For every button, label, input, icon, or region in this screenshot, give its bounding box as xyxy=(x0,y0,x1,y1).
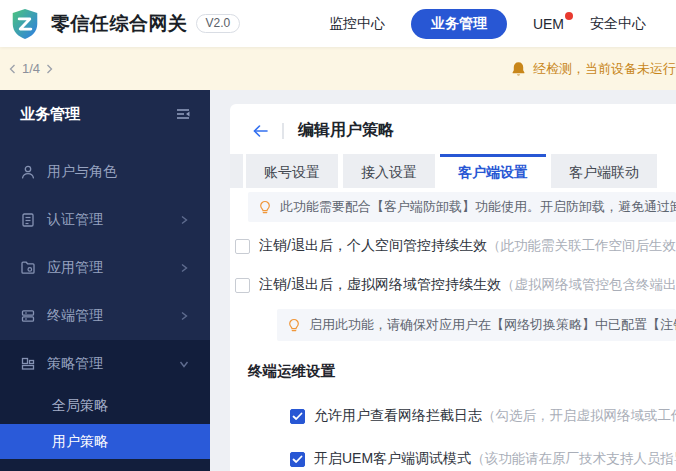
tab-access-settings[interactable]: 接入设置 xyxy=(343,154,435,188)
checkbox-label: 注销/退出后，虚拟网络域管控持续生效 xyxy=(259,276,501,294)
tab-content: 此功能需要配合【客户端防卸载】功能使用。开启防卸载，避免通过卸载 注销/退出后，… xyxy=(230,188,676,468)
server-icon xyxy=(20,308,36,324)
main-content-card: 编辑用户策略 账号设置 接入设置 客户端设置 客户端联动 此功能需要配合【客户端… xyxy=(230,104,676,471)
checkbox-hint: （虚拟网络域管控包含终端出站规 xyxy=(501,276,676,294)
checkbox-row-virtual-network: 注销/退出后，虚拟网络域管控持续生效 （虚拟网络域管控包含终端出站规 xyxy=(235,276,676,294)
nav-item-business-management[interactable]: 业务管理 xyxy=(411,9,507,39)
top-header: 零信任综合网关 V2.0 监控中心 业务管理 UEM 安全中心 xyxy=(0,0,676,47)
sidebar-group-policy-management: 策略管理 全局策略 用户策略 xyxy=(0,340,210,471)
app-logo-shield-icon xyxy=(9,8,41,40)
checkbox-row-intercept-logs: 允许用户查看网络拦截日志 （勾选后，开启虚拟网络域或工作空间的用 xyxy=(290,407,676,425)
nav-item-uem-label: UEM xyxy=(533,16,564,32)
tab-client-settings[interactable]: 客户端设置 xyxy=(440,154,546,188)
page-title: 编辑用户策略 xyxy=(298,120,394,141)
nav-item-uem[interactable]: UEM xyxy=(533,16,564,32)
checkbox-hint: （勾选后，开启虚拟网络域或工作空间的用 xyxy=(482,407,676,425)
notification-red-dot xyxy=(565,12,573,20)
lightbulb-icon xyxy=(258,200,272,215)
sidebar-item-label: 策略管理 xyxy=(47,355,178,373)
folder-gear-icon xyxy=(20,260,36,276)
notice-pager: 1/4 xyxy=(8,61,54,76)
tab-bar-left-stub xyxy=(230,154,243,188)
user-icon xyxy=(20,164,36,180)
sidebar-item-label: 终端管理 xyxy=(47,307,178,325)
sidebar-item-label: 应用管理 xyxy=(47,259,178,277)
sidebar-menu: 用户与角色 认证管理 应用管理 xyxy=(0,148,210,471)
notice-message-area[interactable]: 经检测，当前设备未运行 xyxy=(511,60,676,78)
checkbox-intercept-logs[interactable] xyxy=(290,409,305,424)
sidebar-item-label: 认证管理 xyxy=(47,211,178,229)
checkbox-label: 允许用户查看网络拦截日志 xyxy=(314,407,482,425)
top-navigation: 监控中心 业务管理 UEM 安全中心 xyxy=(329,9,646,39)
checkbox-virtual-network[interactable] xyxy=(235,278,250,293)
version-badge: V2.0 xyxy=(196,14,241,33)
chevron-down-icon xyxy=(178,358,190,370)
page-header: 编辑用户策略 xyxy=(230,104,676,141)
notice-bar: 1/4 经检测，当前设备未运行 xyxy=(0,47,676,90)
sidebar: 业务管理 用户与角色 认证管理 xyxy=(0,90,210,471)
lightbulb-icon xyxy=(287,318,301,333)
tip-banner-network-switch: 启用此功能，请确保对应用户在【网络切换策略】中已配置【注销生 xyxy=(277,309,676,341)
sidebar-header: 业务管理 xyxy=(0,90,210,138)
sidebar-item-app-management[interactable]: 应用管理 xyxy=(0,244,210,292)
sidebar-item-auth-management[interactable]: 认证管理 xyxy=(0,196,210,244)
tab-client-linkage[interactable]: 客户端联动 xyxy=(551,154,657,188)
checkbox-hint: （该功能请在原厂技术支持人员指导下开启 xyxy=(471,450,676,468)
checkbox-row-personal-space: 注销/退出后，个人空间管控持续生效 （此功能需关联工作空间后生效，仅 xyxy=(235,237,676,255)
checkbox-label: 开启UEM客户端调试模式 xyxy=(314,450,471,468)
checkbox-row-uem-debug: 开启UEM客户端调试模式 （该功能请在原厂技术支持人员指导下开启 xyxy=(290,450,676,468)
tip-text: 启用此功能，请确保对应用户在【网络切换策略】中已配置【注销生 xyxy=(309,316,676,334)
header-divider xyxy=(282,123,284,139)
checkbox-hint: （此功能需关联工作空间后生效，仅 xyxy=(487,237,676,255)
sidebar-subitem-global-policy[interactable]: 全局策略 xyxy=(0,388,210,424)
sidebar-collapse-icon[interactable] xyxy=(174,106,192,122)
tip-banner-uninstall: 此功能需要配合【客户端防卸载】功能使用。开启防卸载，避免通过卸载 xyxy=(248,192,676,222)
back-arrow-icon[interactable] xyxy=(252,124,269,138)
tip-text: 此功能需要配合【客户端防卸载】功能使用。开启防卸载，避免通过卸载 xyxy=(280,198,676,216)
sidebar-item-label: 用户与角色 xyxy=(47,163,190,181)
layout-blocks-icon xyxy=(20,356,36,372)
app-window: 零信任综合网关 V2.0 监控中心 业务管理 UEM 安全中心 1/4 xyxy=(0,0,676,471)
tab-bar: 账号设置 接入设置 客户端设置 客户端联动 xyxy=(230,154,676,188)
checkbox-label: 注销/退出后，个人空间管控持续生效 xyxy=(259,237,487,255)
certificate-icon xyxy=(20,212,36,228)
sidebar-group-filler xyxy=(0,459,210,471)
section-title-terminal-ops: 终端运维设置 xyxy=(248,362,676,381)
nav-item-security-center[interactable]: 安全中心 xyxy=(590,15,646,33)
sidebar-item-terminal-management[interactable]: 终端管理 xyxy=(0,292,210,340)
pager-count: 1/4 xyxy=(22,61,40,76)
notice-message: 经检测，当前设备未运行 xyxy=(533,60,676,78)
sidebar-title: 业务管理 xyxy=(20,105,174,124)
chevron-right-icon xyxy=(178,310,190,322)
sidebar-item-users-roles[interactable]: 用户与角色 xyxy=(0,148,210,196)
chevron-right-icon xyxy=(178,262,190,274)
sidebar-item-policy-management[interactable]: 策略管理 xyxy=(0,340,210,388)
app-title: 零信任综合网关 xyxy=(51,11,188,37)
checkbox-uem-debug[interactable] xyxy=(290,452,305,467)
nav-item-monitor-center[interactable]: 监控中心 xyxy=(329,15,385,33)
tab-account-settings[interactable]: 账号设置 xyxy=(246,154,338,188)
pager-next-button[interactable] xyxy=(45,63,54,75)
pager-prev-button[interactable] xyxy=(8,63,17,75)
sidebar-subitem-user-policy[interactable]: 用户策略 xyxy=(0,424,210,459)
bell-icon xyxy=(511,61,526,77)
chevron-right-icon xyxy=(178,214,190,226)
checkbox-personal-space[interactable] xyxy=(235,239,250,254)
